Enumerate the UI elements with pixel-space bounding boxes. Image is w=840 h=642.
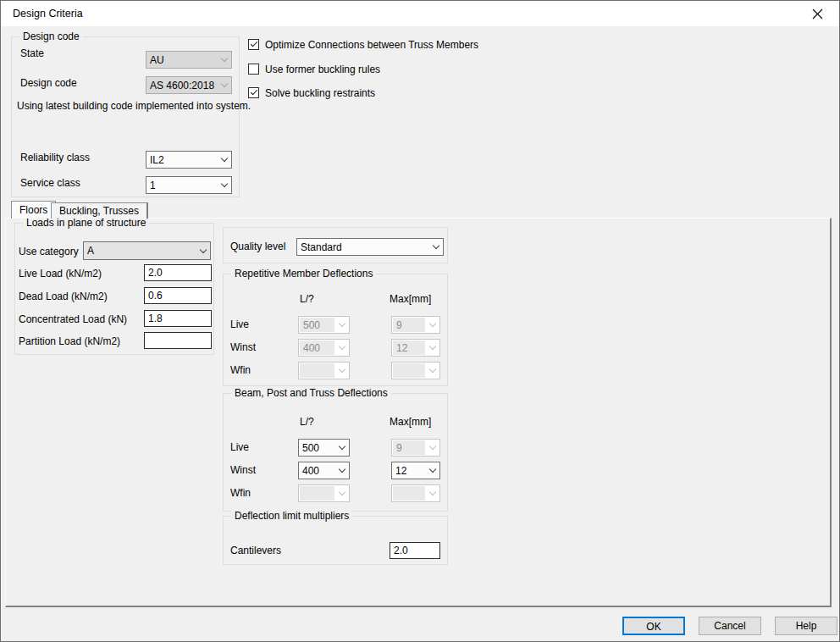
former-buckling-label: Use former buckling rules [265, 64, 380, 75]
former-buckling-checkbox[interactable]: Use former buckling rules [248, 63, 380, 75]
reliability-class-combobox[interactable]: IL2 [146, 151, 232, 169]
chevron-down-icon [334, 324, 349, 326]
partition-load-input[interactable] [144, 332, 212, 349]
chevron-down-icon [334, 446, 349, 449]
dead-load-input[interactable] [144, 287, 212, 304]
ok-button[interactable]: OK [622, 617, 685, 635]
checkbox-box [248, 87, 259, 98]
design-criteria-dialog: Design Criteria Design code State AU Des… [0, 0, 840, 642]
chevron-down-icon [425, 469, 439, 472]
quality-level-combobox[interactable]: Standard [296, 238, 444, 256]
rep-winst-label: Winst [230, 341, 256, 353]
reliability-class-label: Reliability class [20, 152, 90, 163]
chevron-down-icon [425, 324, 439, 326]
beam-wfin-l-combobox [298, 484, 350, 502]
chevron-down-icon [196, 250, 210, 252]
loads-group: Loads in plane of structure Use category… [14, 223, 214, 355]
chevron-down-icon [217, 84, 231, 86]
live-load-label: Live Load (kN/m2) [19, 268, 102, 279]
quality-level-group: Quality level Standard [223, 227, 448, 263]
chevron-down-icon [334, 469, 349, 472]
rep-wfin-l-combobox [298, 362, 350, 379]
multipliers-group-title: Deflection limit multipliers [231, 510, 352, 522]
live-load-input[interactable] [144, 264, 212, 281]
tab-floors[interactable]: Floors [11, 201, 56, 219]
chevron-down-icon [425, 369, 439, 372]
beam-winst-l-combobox[interactable]: 400 [298, 462, 350, 479]
beam-winst-max-combobox[interactable]: 12 [391, 462, 440, 479]
chevron-down-icon [425, 492, 439, 495]
concentrated-load-input[interactable] [144, 310, 212, 327]
titlebar: Design Criteria [1, 1, 839, 26]
close-icon [812, 8, 823, 19]
repetitive-deflections-title: Repetitive Member Deflections [231, 268, 376, 279]
beam-live-max-combobox: 9 [391, 439, 440, 457]
design-code-note: Using latest building code implemented i… [17, 100, 251, 112]
chevron-down-icon [428, 246, 443, 248]
rep-winst-max-combobox: 12 [391, 339, 440, 357]
rep-winst-l-combobox: 400 [298, 339, 350, 357]
quality-level-label: Quality level [230, 241, 285, 252]
rep-live-label: Live [230, 318, 249, 330]
rep-live-l-combobox: 500 [298, 316, 350, 334]
help-button[interactable]: Help [775, 617, 837, 635]
rep-live-max-combobox: 9 [391, 316, 440, 334]
dead-load-label: Dead Load (kN/m2) [19, 291, 108, 302]
cantilevers-input[interactable] [390, 542, 440, 559]
beam-wfin-label: Wfin [230, 487, 251, 499]
dialog-title: Design Criteria [13, 1, 83, 26]
state-combobox: AU [146, 51, 232, 69]
beam-wfin-max-combobox [391, 484, 440, 502]
design-code-label: Design code [20, 77, 77, 89]
tab-buckling-trusses[interactable]: Buckling, Trusses [51, 202, 148, 219]
beam-live-l-combobox[interactable]: 500 [298, 439, 350, 457]
use-category-combobox[interactable]: A [83, 241, 211, 260]
l-column-header: L/? [300, 293, 314, 305]
checkbox-box [248, 39, 259, 50]
checkmark-icon [250, 88, 257, 95]
use-category-label: Use category [19, 246, 79, 257]
cantilevers-label: Cantilevers [230, 545, 281, 556]
checkbox-box [248, 64, 259, 75]
beam-live-label: Live [230, 441, 249, 453]
state-label: State [20, 47, 44, 59]
checkmark-icon [250, 40, 257, 47]
design-code-group: Design code State AU Design code AS 4600… [11, 36, 240, 197]
max-column-header: Max[mm] [390, 416, 431, 428]
service-class-combobox[interactable]: 1 [146, 176, 232, 194]
cancel-button[interactable]: Cancel [699, 617, 761, 635]
close-button[interactable] [800, 1, 834, 26]
chevron-down-icon [217, 158, 231, 161]
concentrated-load-label: Concentrated Load (kN) [19, 313, 127, 325]
chevron-down-icon [334, 346, 349, 349]
design-code-group-title: Design code [19, 30, 83, 42]
chevron-down-icon [217, 184, 231, 186]
chevron-down-icon [425, 346, 439, 349]
rep-wfin-label: Wfin [230, 364, 251, 376]
beam-deflections-title: Beam, Post and Truss Deflections [231, 387, 391, 399]
rep-wfin-max-combobox [391, 362, 440, 379]
loads-group-title: Loads in plane of structure [23, 217, 149, 229]
chevron-down-icon [334, 492, 349, 495]
beam-winst-label: Winst [230, 464, 256, 476]
multipliers-group: Deflection limit multipliers Cantilevers [223, 516, 448, 565]
max-column-header: Max[mm] [390, 293, 431, 305]
partition-load-label: Partition Load (kN/m2) [19, 335, 120, 347]
optimize-connections-checkbox[interactable]: Optimize Connections between Truss Membe… [248, 38, 478, 51]
beam-deflections-group: Beam, Post and Truss Deflections L/? Max… [223, 393, 448, 512]
repetitive-deflections-group: Repetitive Member Deflections L/? Max[mm… [223, 274, 448, 386]
chevron-down-icon [334, 369, 349, 372]
l-column-header: L/? [300, 416, 314, 428]
chevron-down-icon [217, 58, 231, 61]
optimize-connections-label: Optimize Connections between Truss Membe… [265, 39, 478, 51]
solve-buckling-checkbox[interactable]: Solve buckling restraints [248, 86, 375, 99]
solve-buckling-label: Solve buckling restraints [265, 87, 375, 99]
service-class-label: Service class [20, 177, 80, 189]
design-code-combobox: AS 4600:2018 [146, 76, 232, 94]
chevron-down-icon [425, 446, 439, 449]
